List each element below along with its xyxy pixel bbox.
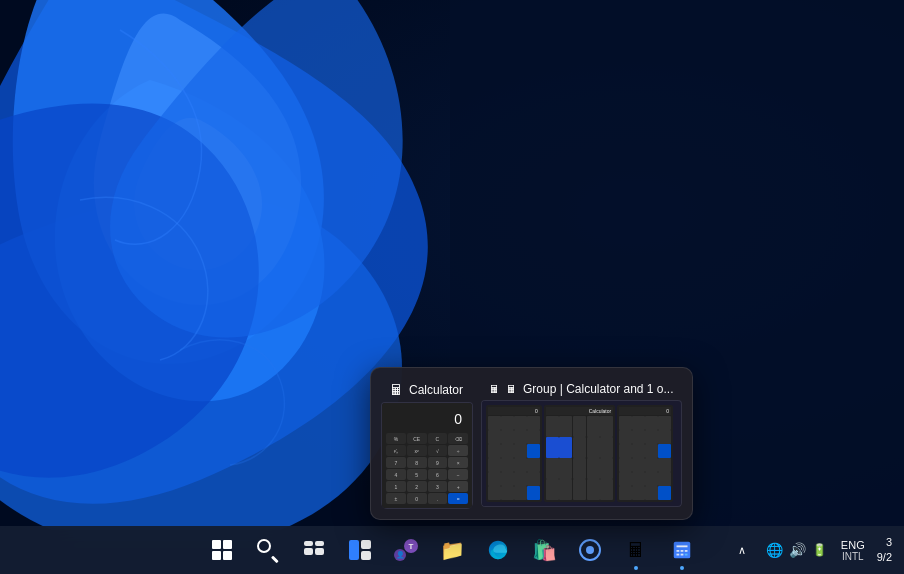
mini3-btn-16 <box>658 458 671 472</box>
cortana-button[interactable] <box>568 528 612 572</box>
language-sub-label: INTL <box>842 551 864 562</box>
mini-btn-2 <box>501 416 514 430</box>
mini2-btn-17 <box>559 479 572 500</box>
svg-rect-4 <box>677 550 680 552</box>
taskbar-center: T 👤 📁 <box>200 528 704 572</box>
mini2-btn-6 <box>546 437 559 458</box>
calc-preview-single: 0 % CE C ⌫ ¹⁄ₓ x² √ ÷ 7 8 <box>382 403 472 508</box>
mini3-btn-22 <box>632 486 645 500</box>
mini-btn-7 <box>514 430 527 444</box>
mini3-btn-5 <box>619 430 632 444</box>
task-view-button[interactable] <box>292 528 336 572</box>
calc-btn-sq: x² <box>407 445 427 456</box>
mini-btn-19 <box>514 472 527 486</box>
mini3-btn-14 <box>632 458 645 472</box>
mini2-btn-13 <box>573 458 586 479</box>
mini2-btn-15 <box>600 458 613 479</box>
mini-btn-18 <box>501 472 514 486</box>
system-icons-group[interactable]: 🌐 🔊 🔋 <box>760 538 833 562</box>
mini-btn-17 <box>488 472 501 486</box>
mini2-btn-19 <box>587 479 600 500</box>
file-explorer-icon: 📁 <box>440 538 465 562</box>
group-preview-container: 0 <box>482 401 677 506</box>
calc-btn-6: 6 <box>428 469 448 480</box>
preview-item-calculator[interactable]: 🖩 Calculator 0 % CE C ⌫ ¹⁄ₓ x² √ <box>381 378 473 509</box>
mini3-btn-10 <box>632 444 645 458</box>
calc-btn-dot: . <box>428 493 448 504</box>
desktop: 🖩 Calculator 0 % CE C ⌫ ¹⁄ₓ x² √ <box>0 0 904 574</box>
mini-calc-3: 0 <box>617 405 673 502</box>
calc-btn-4: 4 <box>386 469 406 480</box>
calc-btn-div: ÷ <box>448 445 468 456</box>
mini-btn-24 <box>527 486 540 500</box>
calculator2-button[interactable] <box>660 528 704 572</box>
file-explorer-button[interactable]: 📁 <box>430 528 474 572</box>
mini3-btn-3 <box>645 416 658 430</box>
language-button[interactable]: ENG INTL <box>837 528 869 572</box>
teams-button[interactable]: T 👤 <box>384 528 428 572</box>
edge-icon <box>487 539 509 561</box>
calc-btn-2: 2 <box>407 481 427 492</box>
mini3-btn-21 <box>619 486 632 500</box>
calculator-icon: 🖩 <box>626 539 646 562</box>
preview-thumbnail-calculator[interactable]: 0 % CE C ⌫ ¹⁄ₓ x² √ ÷ 7 8 <box>381 402 473 509</box>
svg-rect-6 <box>685 550 688 552</box>
store-button[interactable]: 🛍️ <box>522 528 566 572</box>
mini3-btn-19 <box>645 472 658 486</box>
calc-btn-percent: % <box>386 433 406 444</box>
mini2-btn-20 <box>600 479 613 500</box>
preview-thumbnail-group[interactable]: 0 <box>481 400 682 507</box>
start-button[interactable] <box>200 528 244 572</box>
mini3-btn-18 <box>632 472 645 486</box>
mini2-btn-2 <box>559 416 572 437</box>
mini-btn-11 <box>514 444 527 458</box>
calc-btn-add: + <box>448 481 468 492</box>
mini-btn-3 <box>514 416 527 430</box>
svg-rect-5 <box>681 550 684 552</box>
task-view-icon <box>304 541 324 559</box>
calc-btn-9: 9 <box>428 457 448 468</box>
calc-btn-c: C <box>428 433 448 444</box>
clock-button[interactable]: 3 9/2 <box>873 533 896 568</box>
mini3-btn-1 <box>619 416 632 430</box>
preview-item-group[interactable]: 🖩 🖩 Group | Calculator and 1 o... 0 <box>481 378 682 509</box>
mini-btn-16 <box>527 458 540 472</box>
mini-btn-14 <box>501 458 514 472</box>
calculator-icon: 🖩 <box>389 382 403 398</box>
svg-rect-9 <box>685 554 688 556</box>
taskbar-preview-popup: 🖩 Calculator 0 % CE C ⌫ ¹⁄ₓ x² √ <box>370 367 693 520</box>
mini2-btn-18 <box>573 479 586 500</box>
mini3-btn-2 <box>632 416 645 430</box>
calc-display: 0 <box>386 407 468 431</box>
mini3-btn-11 <box>645 444 658 458</box>
chevron-up-icon: ∧ <box>738 544 746 557</box>
mini-calc-1-grid <box>488 416 540 500</box>
mini3-btn-24 <box>658 486 671 500</box>
mini3-btn-13 <box>619 458 632 472</box>
search-button[interactable] <box>246 528 290 572</box>
calc-btn-pm: ± <box>386 493 406 504</box>
taskbar: T 👤 📁 <box>0 526 904 574</box>
clock-time: 3 <box>886 535 892 550</box>
preview-title-group: Group | Calculator and 1 o... <box>523 382 674 396</box>
mini3-btn-15 <box>645 458 658 472</box>
mini2-btn-8 <box>573 437 586 458</box>
search-icon <box>257 539 279 561</box>
mini-btn-5 <box>488 430 501 444</box>
mini3-btn-17 <box>619 472 632 486</box>
widgets-button[interactable] <box>338 528 382 572</box>
mini2-btn-1 <box>546 416 559 437</box>
calc-btn-7: 7 <box>386 457 406 468</box>
calc-buttons: % CE C ⌫ ¹⁄ₓ x² √ ÷ 7 8 9 × <box>386 433 468 504</box>
mini3-btn-9 <box>619 444 632 458</box>
edge-button[interactable] <box>476 528 520 572</box>
calc-btn-1: 1 <box>386 481 406 492</box>
mini-calc-1-display: 0 <box>488 407 540 415</box>
tray-overflow-button[interactable]: ∧ <box>728 528 756 572</box>
mini2-btn-16 <box>546 479 559 500</box>
calc-btn-1x: ¹⁄ₓ <box>386 445 406 456</box>
mini-btn-23 <box>514 486 527 500</box>
calculator-button[interactable]: 🖩 <box>614 528 658 572</box>
calculator-active-dot <box>634 566 638 570</box>
calc-btn-0: 0 <box>407 493 427 504</box>
